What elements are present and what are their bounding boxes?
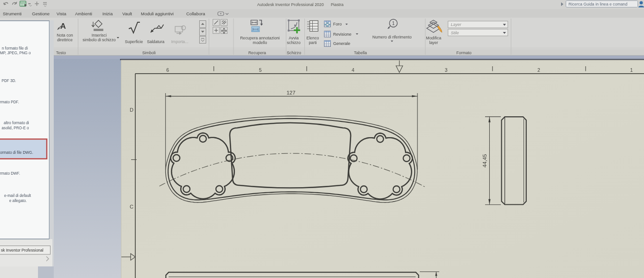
svg-text:Simboli: Simboli [142, 51, 156, 55]
svg-text:n formato file di: n formato file di [2, 46, 28, 51]
svg-text:44,45: 44,45 [482, 154, 487, 168]
svg-text:rmato PDF.: rmato PDF. [0, 100, 19, 104]
svg-text:Recupera: Recupera [248, 51, 266, 55]
svg-text:Tabella: Tabella [354, 51, 367, 55]
svg-text:Importa...: Importa... [171, 39, 188, 44]
svg-text:Superficie: Superficie [125, 39, 143, 44]
svg-text:Schizzo: Schizzo [287, 51, 301, 55]
svg-text:Avvia: Avvia [289, 36, 298, 40]
svg-text:rmato DWF.: rmato DWF. [0, 171, 20, 176]
svg-text:ormato di file DWG.: ormato di file DWG. [0, 151, 33, 155]
svg-text:layer: layer [429, 40, 438, 45]
svg-text:Saldatura: Saldatura [147, 39, 164, 44]
svg-text:Generale: Generale [333, 41, 350, 46]
svg-text:Stile: Stile [451, 31, 459, 35]
svg-text:Foro: Foro [333, 22, 342, 26]
svg-text:1: 1 [630, 67, 633, 73]
svg-text:Modifica: Modifica [426, 36, 442, 40]
svg-text:D: D [130, 107, 133, 113]
svg-text:1: 1 [392, 21, 395, 26]
svg-text:Ambienti: Ambienti [75, 11, 92, 16]
svg-text:Inizia: Inizia [102, 11, 113, 16]
svg-text:Formato: Formato [456, 51, 472, 55]
svg-text:5: 5 [259, 67, 262, 73]
svg-text:sk Inventor Professional: sk Inventor Professional [1, 248, 44, 253]
svg-text:simbolo di schizzo: simbolo di schizzo [82, 38, 115, 42]
svg-text:Ricerca Guida in linea e coman: Ricerca Guida in linea e comand [568, 2, 627, 6]
svg-text:Vista: Vista [57, 11, 67, 16]
svg-text:Strumenti: Strumenti [3, 11, 22, 16]
svg-text:Testo: Testo [56, 51, 66, 55]
svg-text:Layer: Layer [451, 22, 462, 27]
svg-text:2: 2 [537, 67, 540, 73]
svg-text:Recupera annotazioni: Recupera annotazioni [240, 36, 280, 40]
svg-text:altro formato di: altro formato di [4, 121, 29, 125]
svg-text:Gestione: Gestione [32, 11, 50, 16]
svg-text:3: 3 [445, 67, 448, 73]
svg-text:Numero di riferimento: Numero di riferimento [373, 35, 412, 39]
svg-text:e allegato.: e allegato. [9, 199, 27, 203]
svg-text:asolid, PRO-E o: asolid, PRO-E o [2, 126, 29, 130]
svg-text:e-mail di default: e-mail di default [4, 194, 32, 198]
svg-text:Moduli aggiuntivi: Moduli aggiuntivi [141, 11, 174, 16]
svg-text:Inserisci: Inserisci [92, 33, 107, 38]
svg-text:Nota con: Nota con [57, 33, 73, 38]
svg-text:Vault: Vault [122, 11, 132, 16]
svg-text:direttrice: direttrice [57, 38, 73, 42]
svg-text:Autodesk Inventor Professional: Autodesk Inventor Professional 2020 [257, 2, 324, 7]
svg-text:6: 6 [166, 67, 169, 73]
svg-text:127: 127 [286, 90, 295, 95]
svg-text:Piastra: Piastra [331, 2, 343, 7]
svg-text:schizzo: schizzo [287, 40, 300, 45]
svg-text:4: 4 [352, 67, 354, 73]
svg-text:Revisione: Revisione [333, 32, 352, 37]
svg-text:modello: modello [253, 40, 267, 45]
svg-text:Collabora: Collabora [186, 11, 205, 16]
svg-text:Elenco: Elenco [307, 36, 319, 40]
svg-text:C: C [130, 204, 133, 209]
svg-text:parti: parti [309, 40, 316, 45]
svg-text:MP, JPEG, PNG o: MP, JPEG, PNG o [0, 51, 31, 55]
svg-text:PDF 3D.: PDF 3D. [2, 79, 16, 83]
